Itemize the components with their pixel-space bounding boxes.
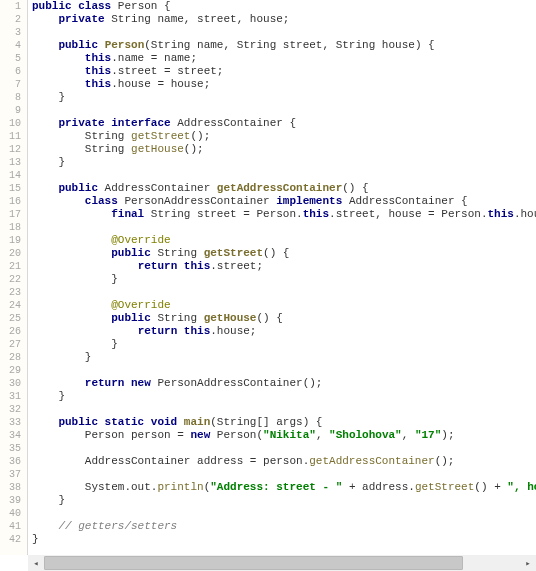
code-line[interactable]: } [32, 156, 536, 169]
code-line[interactable]: System.out.println("Address: street - " … [32, 481, 536, 494]
code-line[interactable]: @Override [32, 299, 536, 312]
code-line[interactable]: return this.street; [32, 260, 536, 273]
code-line[interactable]: String getHouse(); [32, 143, 536, 156]
line-number: 10 [0, 117, 21, 130]
code-line[interactable]: @Override [32, 234, 536, 247]
line-number: 11 [0, 130, 21, 143]
line-number: 6 [0, 65, 21, 78]
line-number: 7 [0, 78, 21, 91]
line-number: 32 [0, 403, 21, 416]
code-line[interactable]: this.street = street; [32, 65, 536, 78]
code-line[interactable]: } [32, 351, 536, 364]
code-line[interactable] [32, 442, 536, 455]
code-line[interactable]: } [32, 273, 536, 286]
line-number: 3 [0, 26, 21, 39]
code-line[interactable]: String getStreet(); [32, 130, 536, 143]
code-line[interactable] [32, 26, 536, 39]
line-number: 20 [0, 247, 21, 260]
line-number: 17 [0, 208, 21, 221]
line-number: 13 [0, 156, 21, 169]
line-number: 30 [0, 377, 21, 390]
line-number: 42 [0, 533, 21, 546]
horizontal-scrollbar[interactable]: ◂ ▸ [28, 555, 536, 571]
line-number: 31 [0, 390, 21, 403]
code-line[interactable]: private interface AddressContainer { [32, 117, 536, 130]
line-number: 33 [0, 416, 21, 429]
code-line[interactable]: } [32, 494, 536, 507]
code-line[interactable] [32, 221, 536, 234]
line-number: 40 [0, 507, 21, 520]
code-line[interactable]: // getters/setters [32, 520, 536, 533]
line-number: 28 [0, 351, 21, 364]
code-line[interactable]: private String name, street, house; [32, 13, 536, 26]
code-line[interactable]: } [32, 533, 536, 546]
code-line[interactable]: final String street = Person.this.street… [32, 208, 536, 221]
line-number: 35 [0, 442, 21, 455]
line-number: 15 [0, 182, 21, 195]
line-number: 21 [0, 260, 21, 273]
code-line[interactable] [32, 468, 536, 481]
code-line[interactable]: } [32, 91, 536, 104]
code-line[interactable] [32, 507, 536, 520]
code-line[interactable]: public class Person { [32, 0, 536, 13]
scroll-track[interactable] [44, 555, 520, 571]
line-number: 4 [0, 39, 21, 52]
code-line[interactable]: } [32, 390, 536, 403]
line-number: 1 [0, 0, 21, 13]
code-area[interactable]: public class Person { private String nam… [28, 0, 536, 555]
line-number: 25 [0, 312, 21, 325]
code-line[interactable]: public String getStreet() { [32, 247, 536, 260]
code-line[interactable]: public String getHouse() { [32, 312, 536, 325]
code-line[interactable]: public static void main(String[] args) { [32, 416, 536, 429]
code-line[interactable]: public Person(String name, String street… [32, 39, 536, 52]
line-number: 19 [0, 234, 21, 247]
line-number: 23 [0, 286, 21, 299]
code-line[interactable]: return new PersonAddressContainer(); [32, 377, 536, 390]
line-number: 16 [0, 195, 21, 208]
line-number: 12 [0, 143, 21, 156]
line-number: 22 [0, 273, 21, 286]
line-number: 9 [0, 104, 21, 117]
code-line[interactable] [32, 169, 536, 182]
line-number: 5 [0, 52, 21, 65]
line-number: 34 [0, 429, 21, 442]
line-number: 37 [0, 468, 21, 481]
scroll-right-arrow-icon[interactable]: ▸ [520, 555, 536, 571]
code-line[interactable]: AddressContainer address = person.getAdd… [32, 455, 536, 468]
line-number: 27 [0, 338, 21, 351]
code-line[interactable]: Person person = new Person("Nikita", "Sh… [32, 429, 536, 442]
code-line[interactable] [32, 104, 536, 117]
line-number: 24 [0, 299, 21, 312]
line-number: 26 [0, 325, 21, 338]
code-line[interactable]: class PersonAddressContainer implements … [32, 195, 536, 208]
line-number: 36 [0, 455, 21, 468]
line-number: 41 [0, 520, 21, 533]
line-number: 14 [0, 169, 21, 182]
line-number: 8 [0, 91, 21, 104]
line-number: 29 [0, 364, 21, 377]
line-number: 2 [0, 13, 21, 26]
code-line[interactable]: this.house = house; [32, 78, 536, 91]
line-number: 18 [0, 221, 21, 234]
code-line[interactable]: public AddressContainer getAddressContai… [32, 182, 536, 195]
code-line[interactable]: this.name = name; [32, 52, 536, 65]
code-line[interactable] [32, 403, 536, 416]
line-number: 38 [0, 481, 21, 494]
scroll-left-arrow-icon[interactable]: ◂ [28, 555, 44, 571]
code-line[interactable]: } [32, 338, 536, 351]
code-editor[interactable]: 1234567891011121314151617181920212223242… [0, 0, 536, 555]
scroll-thumb[interactable] [44, 556, 463, 570]
code-line[interactable] [32, 364, 536, 377]
code-line[interactable] [32, 286, 536, 299]
code-line[interactable]: return this.house; [32, 325, 536, 338]
line-number: 39 [0, 494, 21, 507]
line-gutter: 1234567891011121314151617181920212223242… [0, 0, 28, 555]
